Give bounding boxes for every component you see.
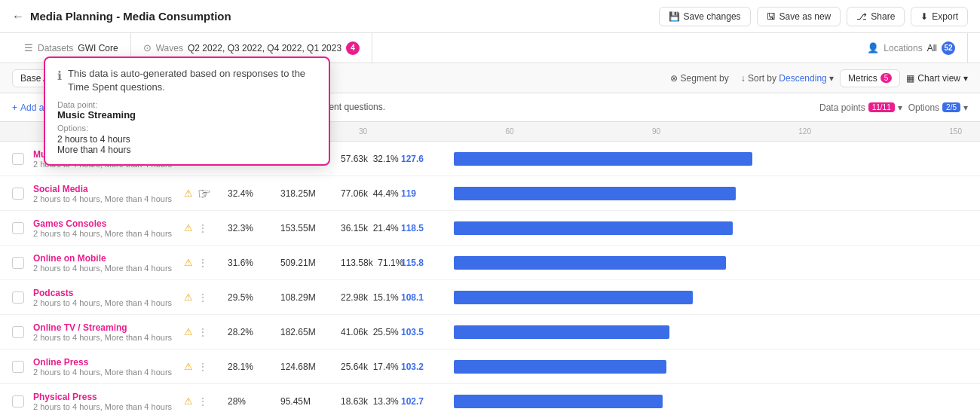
warning-icon-2[interactable]: ⚠ (184, 222, 193, 233)
plus-icon: + (12, 102, 17, 113)
more-options-icon-3[interactable]: ⋮ (198, 257, 208, 269)
cell-index-7: 102.7 (401, 396, 454, 407)
warning-icon-7[interactable]: ⚠ (184, 395, 193, 407)
row-checkbox-4[interactable] (12, 291, 24, 304)
cell-responses-6: 124.68M (280, 362, 341, 372)
row-checkbox-1[interactable] (12, 188, 24, 200)
cell-universe-3: 31.6% (228, 258, 280, 268)
table-row: Physical Press 2 hours to 4 hours, More … (0, 384, 980, 412)
chart-icon: ▦ (906, 73, 914, 84)
header-right: 💾 Save changes 🖫 Save as new ⎇ Share ⬇ E… (659, 7, 969, 26)
metrics-button[interactable]: Metrics 5 (840, 69, 900, 87)
save-as-new-button[interactable]: 🖫 Save as new (757, 7, 841, 26)
axis-120: 120 (798, 127, 811, 136)
cell-responses-1: 318.25M (280, 188, 341, 199)
segment-by-button[interactable]: ⊗ Segment by (670, 73, 728, 84)
tooltip-option-2: More than 4 hours (57, 145, 317, 155)
row-sub-2: 2 hours to 4 hours, More than 4 hours (33, 229, 184, 238)
cell-audience-7: 18.63k 13.3% (341, 396, 401, 407)
locations-filter[interactable]: 👤 Locations All 52 (855, 33, 968, 63)
table-row: Online Press 2 hours to 4 hours, More th… (0, 349, 980, 384)
axis-numbers: 30 60 90 120 150 (359, 127, 968, 136)
cell-responses-2: 153.55M (280, 223, 341, 233)
cell-chart-5 (454, 325, 968, 339)
share-icon: ⎇ (856, 11, 867, 22)
table-row: Podcasts 2 hours to 4 hours, More than 4… (0, 280, 980, 315)
more-options-icon-2[interactable]: ⋮ (198, 222, 208, 234)
share-button[interactable]: ⎇ Share (847, 7, 905, 26)
cell-responses-5: 182.65M (280, 327, 341, 337)
tooltip-info-text: This data is auto-generated based on res… (68, 67, 317, 94)
more-options-icon-1[interactable]: ⋮ (198, 188, 208, 200)
more-options-icon-7[interactable]: ⋮ (198, 395, 208, 407)
row-checkbox-5[interactable] (12, 326, 24, 338)
warning-icon-3[interactable]: ⚠ (184, 257, 193, 268)
axis-30: 30 (359, 127, 367, 136)
row-sub-6: 2 hours to 4 hours, More than 4 hours (33, 368, 184, 377)
header: ← Media Planning - Media Consumption 💾 S… (0, 0, 980, 33)
more-options-icon-4[interactable]: ⋮ (198, 291, 208, 304)
datasets-icon: ☰ (24, 42, 33, 53)
tooltip-options-label: Options: (57, 124, 317, 133)
cell-chart-2 (454, 221, 968, 235)
export-button[interactable]: ⬇ Export (911, 7, 968, 26)
cell-index-4: 108.1 (401, 292, 454, 303)
cell-universe-1: 32.4% (228, 188, 280, 199)
row-sub-1: 2 hours to 4 hours, More than 4 hours (33, 194, 184, 203)
header-left: ← Media Planning - Media Consumption (12, 10, 231, 23)
tooltip-popup: ℹ This data is auto-generated based on r… (44, 56, 330, 166)
table-row: Online TV / Streaming 2 hours to 4 hours… (0, 315, 980, 349)
tooltip-info-icon: ℹ (57, 69, 62, 83)
warning-icon-1[interactable]: ⚠ (184, 188, 193, 199)
row-name-6[interactable]: Online Press (33, 357, 184, 368)
cell-index-3: 115.8 (401, 258, 454, 268)
more-options-icon-5[interactable]: ⋮ (198, 326, 208, 338)
waves-badge: 4 (346, 41, 360, 55)
tooltip-datapoint-label: Data point: (57, 100, 317, 109)
axis-150: 150 (949, 127, 962, 136)
row-name-7[interactable]: Physical Press (33, 392, 184, 402)
segment-icon: ⊗ (670, 73, 678, 84)
row-name-2[interactable]: Games Consoles (33, 218, 184, 229)
cell-responses-7: 95.45M (280, 396, 341, 407)
cell-index-2: 118.5 (401, 223, 454, 233)
chart-view-button[interactable]: ▦ Chart view ▾ (906, 73, 968, 84)
tooltip-options: Options: 2 hours to 4 hours More than 4 … (57, 124, 317, 155)
cell-chart-4 (454, 291, 968, 304)
data-table: Music Streaming 2 hours to 4 hours, More… (0, 142, 980, 412)
cell-chart-3 (454, 256, 968, 270)
segment-sort-controls: ⊗ Segment by ↓ Sort by Descending ▾ (670, 73, 834, 84)
export-icon: ⬇ (920, 11, 928, 22)
table-row: Online on Mobile 2 hours to 4 hours, Mor… (0, 246, 980, 280)
back-button[interactable]: ← (12, 10, 24, 23)
row-sub-4: 2 hours to 4 hours, More than 4 hours (33, 298, 184, 307)
tooltip-datapoint: Data point: Music Streaming (57, 100, 317, 121)
warning-icon-4[interactable]: ⚠ (184, 291, 193, 303)
row-name-1[interactable]: Social Media (33, 184, 184, 194)
row-name-3[interactable]: Online on Mobile (33, 253, 184, 264)
datapoints-button[interactable]: Data points 11/11 ▾ (819, 102, 902, 113)
save-changes-button[interactable]: 💾 Save changes (659, 7, 751, 26)
options-button[interactable]: Options 2/5 ▾ (908, 102, 968, 113)
row-checkbox-3[interactable] (12, 257, 24, 269)
warning-icon-6[interactable]: ⚠ (184, 361, 193, 372)
row-checkbox-0[interactable] (12, 153, 24, 165)
row-sub-7: 2 hours to 4 hours, More than 4 hours (33, 402, 184, 411)
sort-direction[interactable]: Descending (779, 73, 826, 84)
options-badge: 2/5 (942, 102, 960, 112)
row-checkbox-2[interactable] (12, 222, 24, 234)
save-new-icon: 🖫 (767, 11, 776, 22)
row-name-5[interactable]: Online TV / Streaming (33, 322, 184, 333)
more-options-icon-6[interactable]: ⋮ (198, 361, 208, 373)
tooltip-datapoint-value: Music Streaming (57, 109, 317, 121)
datapoints-badge: 11/11 (868, 102, 895, 112)
location-icon: 👤 (867, 42, 879, 53)
cell-universe-5: 28.2% (228, 327, 280, 337)
row-checkbox-7[interactable] (12, 395, 24, 407)
page-title: Media Planning - Media Consumption (30, 10, 231, 23)
warning-icon-5[interactable]: ⚠ (184, 326, 193, 337)
row-name-4[interactable]: Podcasts (33, 288, 184, 298)
row-checkbox-6[interactable] (12, 361, 24, 373)
cell-universe-4: 29.5% (228, 292, 280, 303)
sort-by-button[interactable]: ↓ Sort by Descending ▾ (741, 73, 834, 84)
